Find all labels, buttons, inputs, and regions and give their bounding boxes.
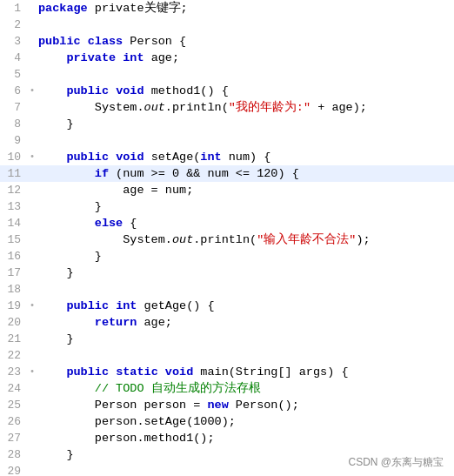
line-number: 5 <box>0 66 28 83</box>
line-content: person.method1(); <box>37 430 454 446</box>
line-number: 29 <box>0 463 28 476</box>
code-token: public <box>66 365 109 379</box>
line-content <box>37 347 454 364</box>
code-token: setAge( <box>144 151 201 164</box>
code-line: 22 <box>0 347 454 364</box>
code-line: 2 <box>0 17 454 33</box>
line-content: } <box>37 331 454 347</box>
code-line: 11 if (num >= 0 && num <= 120) { <box>0 165 454 182</box>
code-token: if <box>95 167 109 180</box>
code-token <box>38 316 95 329</box>
line-content <box>37 281 454 298</box>
code-line: 8 } <box>0 116 454 132</box>
code-token: int <box>116 299 137 312</box>
code-token: Person(); <box>229 399 299 412</box>
line-content: } <box>37 248 454 265</box>
code-token: } <box>38 250 102 263</box>
code-token: .println( <box>165 101 229 114</box>
code-token <box>38 151 66 164</box>
code-line: 27 person.method1(); <box>0 430 454 446</box>
code-token <box>109 299 116 312</box>
code-line: 14 else { <box>0 215 454 231</box>
code-line: 15 System.out.println("输入年龄不合法"); <box>0 231 454 248</box>
code-line: 18 <box>0 281 454 298</box>
code-token: out <box>172 233 193 246</box>
line-dot: • <box>28 298 37 314</box>
code-token: void <box>116 84 144 97</box>
code-line: 19• public int getAge() { <box>0 298 454 314</box>
line-content: } <box>37 198 454 215</box>
code-token: age; <box>144 51 180 64</box>
code-line: 13 } <box>0 198 454 215</box>
line-number: 3 <box>0 33 28 50</box>
line-number: 25 <box>0 397 28 413</box>
line-number: 6 <box>0 83 28 99</box>
line-dot: • <box>28 83 37 99</box>
line-number: 10 <box>0 149 28 165</box>
line-number: 26 <box>0 413 28 430</box>
code-line: 12 age = num; <box>0 182 454 198</box>
line-number: 11 <box>0 165 28 182</box>
code-line: 5 <box>0 66 454 83</box>
line-content: public void setAge(int num) { <box>37 149 454 165</box>
line-content: private int age; <box>37 50 454 66</box>
code-token: person.setAge(1000); <box>38 415 236 428</box>
code-token: System. <box>38 233 172 246</box>
footer-watermark: CSDN @东离与糖宝 <box>348 454 444 471</box>
code-line: 6• public void method1() { <box>0 83 454 99</box>
code-token: public <box>66 151 109 164</box>
code-token: (num >= 0 && num <= 120) { <box>109 167 299 180</box>
line-content: Person person = new Person(); <box>37 397 454 413</box>
code-token: package <box>38 2 88 15</box>
code-line: 25 Person person = new Person(); <box>0 397 454 413</box>
line-number: 9 <box>0 132 28 149</box>
line-number: 16 <box>0 248 28 265</box>
code-token: System. <box>38 101 144 114</box>
code-line: 1package private关键字; <box>0 0 454 17</box>
code-token: public <box>66 299 109 312</box>
line-number: 14 <box>0 215 28 231</box>
line-number: 18 <box>0 281 28 298</box>
code-token <box>158 365 165 379</box>
line-number: 7 <box>0 99 28 116</box>
code-line: 4 private int age; <box>0 50 454 66</box>
line-content: public class Person { <box>37 33 454 50</box>
line-content: // TODO 自动生成的方法存根 <box>37 380 454 397</box>
code-token: private <box>66 51 116 64</box>
code-line: 23• public static void main(String[] arg… <box>0 364 454 380</box>
code-token: return <box>95 316 137 329</box>
line-number: 27 <box>0 430 28 446</box>
line-dot: • <box>28 364 37 380</box>
code-token: class <box>88 35 124 48</box>
line-number: 19 <box>0 298 28 314</box>
line-content: System.out.println("我的年龄为:" + age); <box>37 99 454 116</box>
code-token: static <box>116 365 158 379</box>
code-token <box>109 84 116 97</box>
code-line: 24 // TODO 自动生成的方法存根 <box>0 380 454 397</box>
code-token: person.method1(); <box>38 432 215 445</box>
code-editor: 1package private关键字;2 3public class Pers… <box>0 0 454 476</box>
code-token: int <box>200 151 221 164</box>
line-content: age = num; <box>37 182 454 198</box>
line-content: public static void main(String[] args) { <box>37 364 454 380</box>
code-token: + age); <box>310 101 367 114</box>
line-number: 15 <box>0 231 28 248</box>
line-content: person.setAge(1000); <box>37 413 454 430</box>
code-token: Person person = <box>38 399 207 412</box>
code-token <box>38 167 95 180</box>
code-token <box>81 35 88 48</box>
code-token: ); <box>356 233 370 246</box>
line-number: 20 <box>0 314 28 331</box>
code-line: 20 return age; <box>0 314 454 331</box>
code-line: 9 <box>0 132 454 149</box>
code-token: void <box>116 151 144 164</box>
code-token <box>38 51 66 64</box>
line-number: 2 <box>0 17 28 33</box>
code-token: else <box>95 217 123 230</box>
code-token: } <box>38 266 74 279</box>
code-token <box>38 217 95 230</box>
code-line: 7 System.out.println("我的年龄为:" + age); <box>0 99 454 116</box>
line-number: 1 <box>0 0 28 17</box>
code-token <box>109 365 116 379</box>
code-token: "输入年龄不合法" <box>257 233 356 246</box>
